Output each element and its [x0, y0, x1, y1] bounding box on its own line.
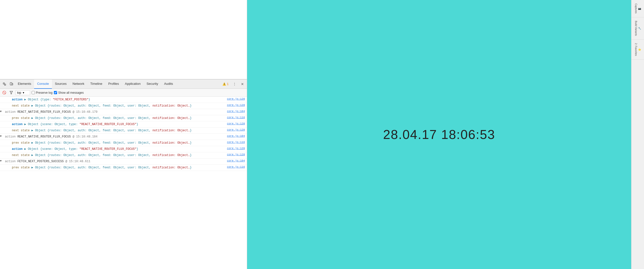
log-content: action ▶ Object {scene: Object, type: "R…: [11, 122, 225, 127]
log-source[interactable]: core.js:128: [225, 104, 247, 107]
device-toolbar-button[interactable]: [8, 81, 15, 88]
log-source[interactable]: core.js:116: [225, 141, 247, 144]
more-options-button[interactable]: ⋮: [231, 81, 238, 88]
preserve-log-checkbox-label[interactable]: Preserve log: [32, 91, 52, 94]
preserve-log-checkbox[interactable]: [32, 91, 35, 94]
log-row-expanded: ▼ action REACT_NATIVE_ROUTER_FLUX_FOCUS …: [0, 109, 247, 115]
svg-marker-4: [10, 91, 12, 94]
log-content: prev state ▶ Object {routes: Object, aut…: [11, 116, 225, 120]
sidebar-item-label: Captures: [634, 4, 637, 14]
sidebar-item-label: 2: Favorites: [634, 43, 637, 56]
log-content: action ▶ Object {type: "FETCH_NEXT_POSTE…: [11, 97, 225, 102]
log-label: prev state: [12, 116, 30, 120]
sidebar-item-favorites[interactable]: ⭐ 2: Favorites: [632, 40, 644, 60]
log-text: ▶ Object {routes: Object, auth: Object, …: [32, 141, 192, 145]
tab-application[interactable]: Application: [122, 79, 144, 89]
devtools-panel: Elements Console Sources Network Timelin…: [0, 79, 247, 269]
filter-button[interactable]: [8, 90, 14, 95]
clear-console-button[interactable]: 🚫: [2, 90, 7, 95]
log-row: prev state ▶ Object {routes: Object, aut…: [0, 115, 247, 121]
log-arrow: [7, 122, 11, 122]
context-dropdown[interactable]: top ▾: [15, 90, 30, 95]
log-arrow: [7, 116, 11, 116]
expand-arrow[interactable]: ▼: [0, 135, 4, 138]
log-text: FETCH_NEXT_POSTERS_SUCCESS @ 15:10:48.61…: [17, 160, 90, 163]
sidebar-item-label: Build Variants: [634, 21, 637, 36]
log-content: next state ▶ Object {routes: Object, aut…: [11, 128, 225, 133]
show-all-messages-label: Show all messages: [58, 91, 84, 94]
app-preview-area: 28.04.17 18:06:53: [247, 0, 631, 269]
show-all-messages-checkbox[interactable]: [54, 91, 57, 94]
tab-network[interactable]: Network: [70, 79, 88, 89]
tab-sources[interactable]: Sources: [52, 79, 70, 89]
svg-rect-2: [10, 83, 12, 85]
devtools-tab-actions: ⚠️ 1 ⋮ ✕: [221, 81, 246, 88]
log-label: next state: [12, 154, 30, 157]
log-text: ▶ Object {routes: Object, auth: Object, …: [32, 116, 192, 120]
datetime-display: 28.04.17 18:06:53: [383, 127, 495, 142]
sidebar-item-build-variants[interactable]: 🔧 Build Variants: [632, 17, 644, 40]
warning-badge[interactable]: ⚠️ 1: [221, 82, 230, 86]
log-label: action: [5, 160, 16, 163]
log-arrow: [7, 153, 11, 153]
tab-profiles[interactable]: Profiles: [105, 79, 122, 89]
log-source[interactable]: core.js:128: [225, 128, 247, 131]
captures-icon: 📷: [638, 7, 641, 10]
log-source[interactable]: core.js:104: [225, 159, 247, 162]
log-row: prev state ▶ Object {routes: Object, aut…: [0, 140, 247, 146]
tab-console[interactable]: Console: [34, 79, 52, 89]
log-arrow: [7, 128, 11, 129]
log-content: next state ▶ Object {routes: Object, aut…: [11, 153, 225, 157]
tab-timeline[interactable]: Timeline: [87, 79, 105, 89]
log-label: next state: [12, 104, 30, 108]
log-source[interactable]: core.js:120: [225, 122, 247, 125]
log-text: ▶ Object {scene: Object, type: "REACT_NA…: [24, 147, 138, 151]
page-area: [0, 0, 247, 79]
tab-elements[interactable]: Elements: [15, 79, 34, 89]
log-arrow: [7, 147, 11, 147]
log-text: ▶ Object {routes: Object, auth: Object, …: [32, 166, 192, 169]
log-text: ▶ Object {routes: Object, auth: Object, …: [32, 104, 192, 108]
build-variants-icon: 🔧: [638, 27, 641, 30]
show-all-messages-checkbox-label[interactable]: Show all messages: [54, 91, 84, 94]
log-arrow: [7, 97, 11, 98]
console-log-area[interactable]: action ▶ Object {type: "FETCH_NEXT_POSTE…: [0, 97, 247, 269]
sidebar-item-captures[interactable]: 📷 Captures: [632, 0, 644, 17]
log-source[interactable]: core.js:120: [225, 97, 247, 100]
log-label: action: [12, 98, 22, 101]
log-content: action ▶ Object {scene: Object, type: "R…: [11, 147, 225, 151]
log-arrow: [7, 165, 11, 166]
log-source[interactable]: core.js:116: [225, 116, 247, 119]
log-row: prev state ▶ Object {routes: Object, aut…: [0, 165, 247, 171]
log-source[interactable]: core.js:116: [225, 165, 247, 168]
close-devtools-button[interactable]: ✕: [239, 81, 246, 88]
log-label: next state: [12, 129, 30, 132]
tab-audits[interactable]: Audits: [161, 79, 176, 89]
log-arrow: [7, 104, 11, 104]
log-row: action ▶ Object {type: "FETCH_NEXT_POSTE…: [0, 97, 247, 103]
log-row: next state ▶ Object {routes: Object, aut…: [0, 128, 247, 134]
log-source[interactable]: core.js:120: [225, 147, 247, 150]
log-row: action ▶ Object {scene: Object, type: "R…: [0, 146, 247, 152]
inspect-element-button[interactable]: [1, 81, 8, 88]
log-label: action: [12, 123, 22, 126]
log-row: next state ▶ Object {routes: Object, aut…: [0, 152, 247, 158]
log-content: prev state ▶ Object {routes: Object, aut…: [11, 141, 225, 145]
log-content: prev state ▶ Object {routes: Object, aut…: [11, 165, 225, 170]
log-source[interactable]: core.js:104: [225, 135, 247, 137]
tab-security[interactable]: Security: [144, 79, 161, 89]
favorites-icon: ⭐: [638, 48, 641, 51]
preserve-log-label: Preserve log: [36, 91, 52, 94]
expand-arrow[interactable]: ▼: [0, 159, 4, 162]
context-value: top: [17, 91, 21, 94]
log-source[interactable]: core.js:104: [225, 110, 247, 113]
log-arrow: [7, 141, 11, 141]
log-source[interactable]: core.js:128: [225, 153, 247, 156]
log-content: action FETCH_NEXT_POSTERS_SUCCESS @ 15:1…: [4, 159, 225, 164]
log-text: REACT_NATIVE_ROUTER_FLUX_FOCUS @ 15:10:4…: [17, 135, 97, 138]
log-row-expanded: ▼ action FETCH_NEXT_POSTERS_SUCCESS @ 15…: [0, 158, 247, 165]
log-content: action REACT_NATIVE_ROUTER_FLUX_FOCUS @ …: [4, 135, 225, 139]
expand-arrow[interactable]: ▼: [0, 110, 4, 113]
svg-rect-3: [12, 83, 13, 85]
log-label: action: [12, 147, 22, 151]
